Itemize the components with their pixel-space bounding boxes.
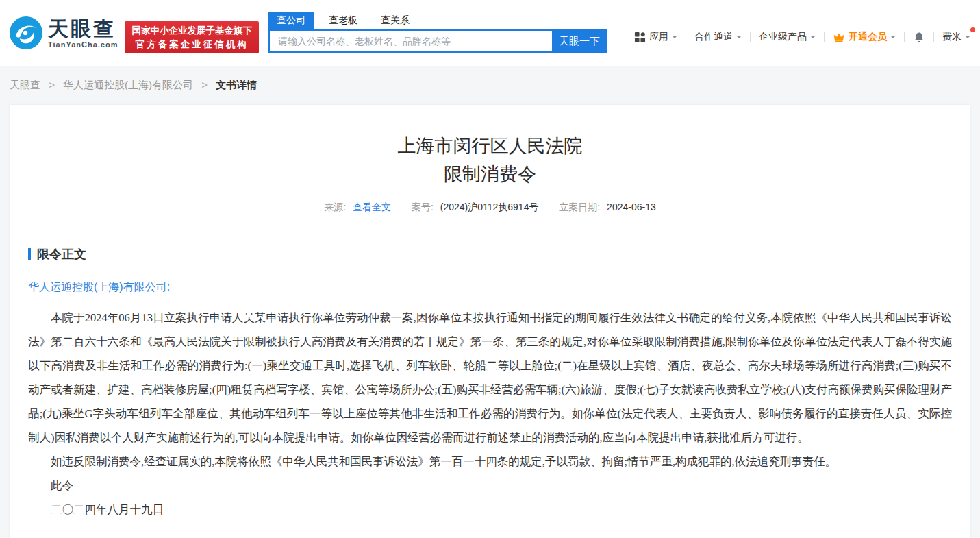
nav-divider xyxy=(750,32,751,42)
chevron-down-icon xyxy=(890,36,896,41)
body-paragraph-closing: 此令 xyxy=(28,474,952,498)
nav-apps[interactable]: 应用 xyxy=(634,31,677,43)
document-body: 本院于2024年06月13日立案执行申请人吴某申请执行你单位劳动仲裁一案,因你单… xyxy=(28,306,952,522)
grid-icon xyxy=(634,32,646,43)
nav-divider xyxy=(686,32,686,42)
nav-user-label: 费米 xyxy=(942,31,962,43)
document-card: 上海市闵行区人民法院 限制消费令 来源: 查看全文 案号: (2024)沪011… xyxy=(10,104,970,538)
badge-line-1: 国家中小企业发展子基金旗下 xyxy=(131,24,252,38)
notifications-button[interactable] xyxy=(913,31,925,44)
section-header: 限令正文 xyxy=(28,246,952,262)
tianyancha-logo[interactable]: 天眼查 TianYanCha.com xyxy=(10,16,118,50)
breadcrumb-current-page: 文书详情 xyxy=(216,79,257,90)
nav-partner-label: 合作通道 xyxy=(694,31,733,43)
logo-domain: TianYanCha.com xyxy=(48,40,118,49)
nav-vip-label: 开通会员 xyxy=(849,31,887,43)
certification-badge: 国家中小企业发展子基金旗下 官方备案企业征信机构 xyxy=(125,21,259,53)
case-number-value: (2024)沪0112执6914号 xyxy=(440,201,539,212)
company-link[interactable]: 华人运通控股(上海)有限公司: xyxy=(28,280,952,295)
chevron-down-icon xyxy=(672,36,677,41)
chevron-down-icon xyxy=(810,36,816,41)
search-input[interactable] xyxy=(268,29,552,53)
body-paragraph-date: 二〇二四年八月十九日 xyxy=(28,498,952,522)
search-block: 查公司 查老板 查关系 天眼一下 xyxy=(268,12,607,66)
breadcrumb-company[interactable]: 华人运通控股(上海)有限公司 xyxy=(63,79,193,90)
nav-enterprise-label: 企业级产品 xyxy=(759,31,807,43)
breadcrumb-home[interactable]: 天眼查 xyxy=(10,79,40,90)
nav-divider xyxy=(824,32,825,42)
nav-apps-label: 应用 xyxy=(649,31,668,43)
nav-partner-channel[interactable]: 合作通道 xyxy=(694,31,742,43)
body-paragraph: 如违反限制消费令,经查证属实的,本院将依照《中华人民共和国民事诉讼法》第一百一十… xyxy=(28,450,952,474)
bell-icon xyxy=(913,31,925,44)
search-tabs: 查公司 查老板 查关系 xyxy=(268,12,607,29)
nav-divider xyxy=(904,32,905,42)
source-label: 来源: xyxy=(324,201,346,212)
tab-search-company[interactable]: 查公司 xyxy=(268,12,314,29)
body-paragraph: 本院于2024年06月13日立案执行申请人吴某申请执行你单位劳动仲裁一案,因你单… xyxy=(28,306,952,450)
section-title: 限令正文 xyxy=(37,246,86,262)
badge-line-2: 官方备案企业征信机构 xyxy=(131,38,252,51)
filing-date-label: 立案日期: xyxy=(559,201,600,212)
notification-dot xyxy=(970,27,975,32)
nav-user-account[interactable]: 费米 xyxy=(942,31,970,43)
logo-title: 天眼查 xyxy=(48,18,118,40)
nav-open-vip[interactable]: 开通会员 xyxy=(833,31,896,43)
crown-icon xyxy=(833,32,845,42)
top-nav: 应用 合作通道 企业级产品 开通会员 xyxy=(634,29,970,45)
court-name: 上海市闵行区人民法院 xyxy=(28,134,952,158)
search-button[interactable]: 天眼一下 xyxy=(552,29,607,53)
nav-enterprise-products[interactable]: 企业级产品 xyxy=(759,31,816,43)
tab-search-boss[interactable]: 查老板 xyxy=(321,12,366,29)
breadcrumb-separator: > xyxy=(201,79,208,90)
view-full-text-link[interactable]: 查看全文 xyxy=(353,201,391,212)
nav-divider xyxy=(933,32,934,42)
chevron-down-icon xyxy=(965,36,970,41)
case-number-label: 案号: xyxy=(412,201,434,212)
section-accent-bar xyxy=(28,248,31,260)
document-title: 限制消费令 xyxy=(28,162,952,186)
top-header: 天眼查 TianYanCha.com 国家中小企业发展子基金旗下 官方备案企业征… xyxy=(0,0,980,66)
breadcrumb-separator: > xyxy=(49,79,55,90)
chevron-down-icon xyxy=(736,36,742,41)
tianyancha-logo-icon xyxy=(10,16,42,49)
breadcrumb: 天眼查 > 华人运通控股(上海)有限公司 > 文书详情 xyxy=(0,66,980,104)
tab-search-relation[interactable]: 查关系 xyxy=(373,12,418,29)
document-meta: 来源: 查看全文 案号: (2024)沪0112执6914号 立案日期: 202… xyxy=(28,201,952,214)
filing-date-value: 2024-06-13 xyxy=(607,201,656,212)
